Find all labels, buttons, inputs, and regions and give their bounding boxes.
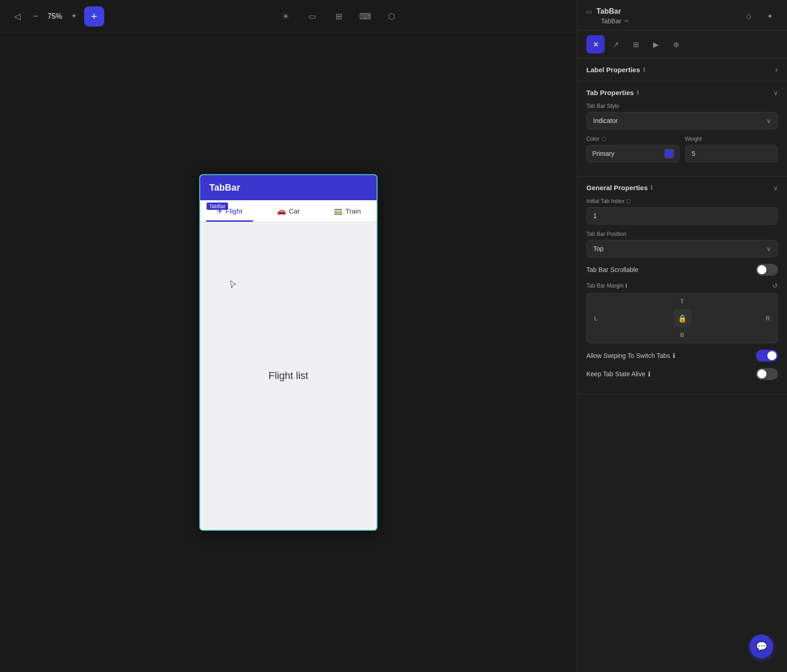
color-swatch [665, 149, 674, 158]
initial-tab-index-link-icon: ⬡ [626, 198, 631, 204]
tab-event[interactable]: ↗ [606, 35, 625, 53]
general-properties-title: General Properties ℹ [586, 184, 653, 192]
tab-bar-scrollable-row: Tab Bar Scrollable [586, 264, 778, 276]
tab-bar-style-chevron-icon: ∨ [766, 117, 771, 124]
tab-table[interactable]: ⊞ [627, 35, 645, 53]
connect-icon-button[interactable]: ⬡ [383, 8, 400, 25]
reset-margin-icon[interactable]: ↺ [772, 282, 778, 289]
tab-props-info-icon: ℹ [637, 89, 639, 96]
weight-label: Weight [685, 136, 778, 142]
zoom-minus-button[interactable]: − [29, 10, 42, 23]
tab-properties-title: Tab Properties ℹ [586, 89, 639, 96]
tab-design[interactable]: ✕ [586, 35, 605, 53]
left-panel: ◁ − 75% + + ☀ ▭ ⊞ ⌨ ⬡ TabBar TabBar [0, 0, 577, 672]
design-icon: ✕ [593, 40, 599, 49]
add-component-button[interactable]: + [84, 6, 104, 27]
initial-tab-index-label: Initial Tab Index ⬡ [586, 198, 778, 204]
tab-bar-position-field: Tab Bar Position Top ∨ [586, 231, 778, 257]
component-icon: ▭ [586, 8, 592, 15]
zoom-plus-button[interactable]: + [68, 10, 80, 23]
label-properties-info-icon: ℹ [643, 66, 645, 73]
toolbar-left: ◁ − 75% + + [9, 6, 104, 27]
tab-bar-scrollable-toggle[interactable] [756, 264, 778, 276]
panel-component-name: TabBar [596, 7, 621, 16]
tab-train[interactable]: 🚃 Train [318, 200, 377, 222]
car-icon: 🚗 [277, 207, 286, 215]
allow-swiping-label: Allow Swiping To Switch Tabs ℹ [586, 352, 675, 359]
initial-tab-index-input[interactable] [586, 207, 778, 224]
panel-instance-name: TabBar [601, 17, 621, 25]
margin-left-value[interactable]: L [594, 315, 597, 322]
label-properties-section[interactable]: Label Properties ℹ › [577, 59, 787, 81]
keep-tab-state-toggle[interactable] [756, 368, 778, 380]
keep-tab-state-label: Keep Tab State Alive ℹ [586, 370, 650, 378]
tab-car-label: Car [289, 207, 300, 215]
mobile-app-header: TabBar [200, 175, 377, 200]
canvas-area: TabBar TabBar ✈ Flight 🚗 Car 🚃 Train [0, 33, 577, 672]
margin-bottom-value[interactable]: B [680, 331, 684, 338]
tab-bar-position-label: Tab Bar Position [586, 231, 778, 237]
margin-right-value[interactable]: R [766, 315, 770, 322]
initial-tab-index-field: Initial Tab Index ⬡ [586, 198, 778, 224]
tab-flight-label: Flight [225, 207, 242, 215]
keyboard-icon-button[interactable]: ⌨ [356, 8, 374, 25]
tab-bar-style-field: Tab Bar Style Indicator ∨ [586, 103, 778, 129]
panel-instance-row: TabBar ✏ [586, 17, 629, 25]
chat-fab-button[interactable]: 💬 [750, 635, 773, 658]
mobile-title: TabBar [209, 182, 240, 193]
right-panel: ▭ TabBar TabBar ✏ ◇ ✦ ✕ ↗ ⊞ ▶ ⊕ [577, 0, 787, 672]
color-link-icon: ⬡ [601, 136, 606, 142]
allow-swiping-toggle[interactable] [756, 350, 778, 362]
weight-input[interactable] [685, 145, 778, 162]
phone-icon-button[interactable]: ▭ [303, 8, 321, 25]
margin-box: T B L R 🔒 [586, 293, 778, 343]
keep-tab-state-row: Keep Tab State Alive ℹ [586, 368, 778, 380]
toolbar-center: ☀ ▭ ⊞ ⌨ ⬡ [110, 8, 568, 25]
tab-bar-scrollable-label: Tab Bar Scrollable [586, 266, 638, 273]
tab-content: Flight list [200, 222, 377, 529]
margin-lock-icon[interactable]: 🔒 [673, 309, 691, 327]
gem-button[interactable]: ◇ [740, 8, 757, 24]
edit-icon[interactable]: ✏ [625, 18, 629, 24]
panel-title-row: ▭ TabBar [586, 7, 629, 16]
tab-bar-position-chevron-icon: ∨ [766, 245, 771, 252]
play-icon: ▶ [653, 40, 659, 49]
collapse-button[interactable]: ◁ [9, 8, 26, 25]
tab-bar-style-value: Indicator [593, 117, 766, 124]
grid-icon-button[interactable]: ⊞ [330, 8, 347, 25]
tab-play[interactable]: ▶ [647, 35, 665, 53]
sun-icon-button[interactable]: ☀ [277, 8, 294, 25]
tab-bar-margin-header: Tab Bar Margin ℹ ↺ [586, 282, 778, 289]
top-toolbar: ◁ − 75% + + ☀ ▭ ⊞ ⌨ ⬡ [0, 0, 577, 33]
tab-bar-margin-field: Tab Bar Margin ℹ ↺ T B L R 🔒 [586, 282, 778, 343]
general-properties-section: General Properties ℹ ∨ Initial Tab Index… [577, 176, 787, 394]
tab-properties-arrow: ∨ [773, 89, 778, 96]
panel-header: ▭ TabBar TabBar ✏ ◇ ✦ [577, 0, 787, 31]
color-select[interactable]: Primary [586, 145, 680, 162]
tab-properties-section: Tab Properties ℹ ∨ Tab Bar Style Indicat… [577, 81, 787, 176]
panel-header-icons: ◇ ✦ [740, 8, 778, 24]
train-icon: 🚃 [334, 207, 343, 215]
table-icon: ⊞ [633, 40, 639, 49]
add-variant-button[interactable]: ✦ [761, 8, 778, 24]
label-properties-title: Label Properties ℹ [586, 66, 645, 74]
tab-bar-style-select[interactable]: Indicator ∨ [586, 112, 778, 129]
label-properties-chevron: › [775, 65, 778, 75]
margin-info-icon: ℹ [625, 283, 627, 289]
color-value: Primary [592, 150, 614, 157]
tab-clone[interactable]: ⊕ [667, 35, 685, 53]
tab-bar-position-select[interactable]: Top ∨ [586, 240, 778, 257]
tab-bar-margin-label: Tab Bar Margin ℹ [586, 283, 627, 289]
tab-properties-header[interactable]: Tab Properties ℹ ∨ [586, 89, 778, 96]
keep-tab-state-info-icon: ℹ [648, 370, 650, 378]
general-properties-arrow: ∨ [773, 184, 778, 192]
margin-top-value[interactable]: T [681, 298, 684, 305]
add-component-icon: + [91, 11, 97, 22]
allow-swiping-info-icon: ℹ [673, 352, 675, 359]
tab-car[interactable]: 🚗 Car [259, 200, 318, 222]
color-label: Color ⬡ [586, 136, 680, 142]
clone-icon: ⊕ [673, 40, 679, 49]
general-properties-header[interactable]: General Properties ℹ ∨ [586, 184, 778, 192]
tab-bar-style-label: Tab Bar Style [586, 103, 778, 109]
mobile-frame: TabBar TabBar ✈ Flight 🚗 Car 🚃 Train [199, 174, 378, 531]
